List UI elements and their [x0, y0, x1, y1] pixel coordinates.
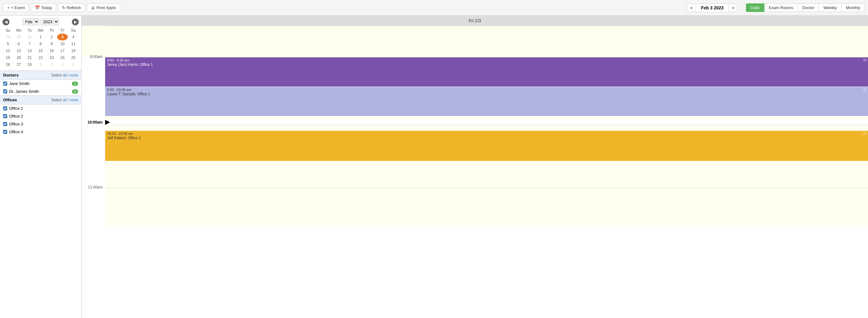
- office-item-1: Office 2: [0, 112, 81, 120]
- time-row-9am: 9:00am 9:00 - 9:30 am Jenny (Jen) Harris…: [82, 57, 868, 120]
- appt-3-badge: JS: [863, 132, 867, 135]
- main-layout: ◀ Feb 2023 ▶ SuMoTuWeThFrSa 293031123456…: [0, 16, 868, 318]
- doctor-checkbox-0[interactable]: [3, 82, 7, 86]
- cal-day-24[interactable]: 24: [57, 54, 68, 61]
- cal-day-12[interactable]: 12: [2, 47, 13, 54]
- cal-day-header-sa: Sa: [68, 27, 79, 34]
- appointment-3[interactable]: 10:10 - 10:40 am Jeff Patient: Office 1 …: [105, 131, 868, 161]
- print-button[interactable]: 🖨 Print Appts: [87, 3, 120, 12]
- next-nav-button[interactable]: »: [728, 3, 738, 12]
- view-exam-rooms-button[interactable]: Exam Rooms: [765, 3, 798, 12]
- view-weekly-button[interactable]: Weekly: [819, 3, 841, 12]
- cal-day-28[interactable]: 28: [24, 61, 35, 68]
- appt-2-name: Laurie T. Sample: Office 1: [107, 92, 866, 96]
- doctor-name-0: Jane Smith: [9, 81, 30, 86]
- pre-time-band: [82, 26, 868, 57]
- refresh-button[interactable]: ↻ Refresh: [58, 3, 85, 12]
- doctor-badge-1: 2: [72, 89, 78, 94]
- cal-day-15[interactable]: 15: [35, 47, 46, 54]
- mini-cal-selects: Feb 2023: [23, 18, 59, 25]
- year-select[interactable]: 2023: [40, 18, 59, 25]
- cal-day-1-other[interactable]: 1: [35, 61, 46, 68]
- cal-day-header-we: We: [35, 27, 46, 34]
- cal-day-4-other[interactable]: 4: [68, 61, 79, 68]
- cal-day-30-other[interactable]: 30: [13, 34, 25, 40]
- cal-day-23[interactable]: 23: [46, 54, 57, 61]
- time-label-9am: 9:00am: [82, 55, 105, 59]
- cal-day-4[interactable]: 4: [68, 34, 79, 40]
- cal-day-8[interactable]: 8: [35, 40, 46, 47]
- cal-day-9[interactable]: 9: [46, 40, 57, 47]
- add-event-button[interactable]: + + Event: [3, 3, 29, 12]
- appointment-2[interactable]: 9:30 - 10:00 am Laurie T. Sample: Office…: [105, 87, 868, 116]
- cal-day-5[interactable]: 5: [2, 40, 13, 47]
- appt-1-badge: JS: [863, 58, 867, 62]
- office-checkbox-1[interactable]: [3, 114, 7, 118]
- office-checkbox-0[interactable]: [3, 106, 7, 110]
- mini-cal-prev-button[interactable]: ◀: [2, 19, 9, 25]
- cal-day-31-other[interactable]: 31: [24, 34, 35, 40]
- doctor-checkbox-1[interactable]: [3, 89, 7, 93]
- appt-3-name: Jeff Patient: Office 1: [107, 136, 866, 140]
- calendar-icon: 📅: [35, 5, 40, 10]
- month-select[interactable]: Feb: [23, 18, 39, 25]
- appt-1-name: Jenny (Jen) Harris: Office 1: [107, 62, 866, 67]
- cal-day-header-tu: Tu: [24, 27, 35, 34]
- mini-cal-next-button[interactable]: ▶: [72, 19, 79, 25]
- cal-day-6[interactable]: 6: [13, 40, 25, 47]
- today-button[interactable]: 📅 Today: [31, 3, 56, 12]
- doctors-select-none-link[interactable]: none: [70, 73, 78, 77]
- offices-title: Offices: [3, 98, 17, 102]
- office-name-1: Office 2: [9, 114, 23, 119]
- doctors-select-all-link[interactable]: all: [63, 73, 66, 77]
- cal-day-25[interactable]: 25: [68, 54, 79, 61]
- cal-day-20[interactable]: 20: [13, 54, 25, 61]
- toolbar: + + Event 📅 Today ↻ Refresh 🖨 Print Appt…: [0, 0, 868, 16]
- office-checkbox-2[interactable]: [3, 122, 7, 126]
- view-monthly-button[interactable]: Monthly: [841, 3, 865, 12]
- day-header: Fri 2/3: [82, 16, 868, 26]
- cal-day-17[interactable]: 17: [57, 47, 68, 54]
- doctors-section-header: Doctors Select all / none: [0, 70, 81, 80]
- cal-day-26[interactable]: 26: [2, 61, 13, 68]
- appointment-1[interactable]: 9:00 - 9:30 am Jenny (Jen) Harris: Offic…: [105, 57, 868, 87]
- refresh-icon: ↻: [62, 5, 66, 10]
- mini-calendar: ◀ Feb 2023 ▶ SuMoTuWeThFrSa 293031123456…: [0, 16, 81, 70]
- cal-day-3-other[interactable]: 3: [57, 61, 68, 68]
- cal-day-10[interactable]: 10: [57, 40, 68, 47]
- office-checkbox-3[interactable]: [3, 130, 7, 134]
- time-label-11am: 11:00am: [82, 185, 105, 189]
- cal-day-3[interactable]: 3: [57, 34, 68, 40]
- cal-day-7[interactable]: 7: [24, 40, 35, 47]
- doctors-list: Jane Smith 1 Dr. James Smith 2: [0, 80, 81, 95]
- cal-day-27[interactable]: 27: [13, 61, 25, 68]
- doctor-item-1: Dr. James Smith 2: [0, 88, 81, 95]
- appt-3-time: 10:10 - 10:40 am: [107, 132, 866, 135]
- time-slot-10am: 10:10 - 10:40 am Jeff Patient: Office 1 …: [105, 125, 868, 188]
- offices-select-links: Select all / none: [52, 98, 78, 102]
- office-item-0: Office 1: [0, 104, 81, 112]
- print-icon: 🖨: [91, 5, 95, 10]
- view-daily-button[interactable]: Daily: [746, 3, 765, 12]
- view-doctor-button[interactable]: Doctor: [798, 3, 819, 12]
- doctor-name-1: Dr. James Smith: [9, 89, 39, 94]
- cal-day-1[interactable]: 1: [35, 34, 46, 40]
- cal-day-21[interactable]: 21: [24, 54, 35, 61]
- cal-day-header-fr: Fr: [57, 27, 68, 34]
- offices-select-all-link[interactable]: all: [63, 98, 66, 102]
- cal-day-13[interactable]: 13: [13, 47, 25, 54]
- offices-select-none-link[interactable]: none: [70, 98, 78, 102]
- cal-day-2-other[interactable]: 2: [46, 61, 57, 68]
- cal-day-2[interactable]: 2: [46, 34, 57, 40]
- time-row-11am: 11:00am: [82, 188, 868, 225]
- cal-day-14[interactable]: 14: [24, 47, 35, 54]
- cal-day-18[interactable]: 18: [68, 47, 79, 54]
- cal-day-16[interactable]: 16: [46, 47, 57, 54]
- cal-day-19[interactable]: 19: [2, 54, 13, 61]
- prev-nav-button[interactable]: «: [687, 3, 696, 12]
- cal-day-header-mo: Mo: [13, 27, 25, 34]
- cal-day-11[interactable]: 11: [68, 40, 79, 47]
- cal-day-29-other[interactable]: 29: [2, 34, 13, 40]
- office-item-3: Office 4: [0, 128, 81, 136]
- cal-day-22[interactable]: 22: [35, 54, 46, 61]
